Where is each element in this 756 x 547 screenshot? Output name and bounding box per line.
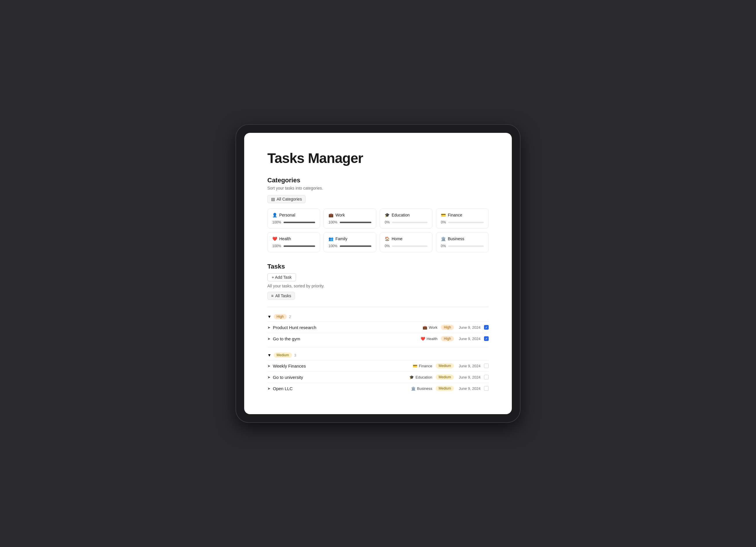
progress-bar-bg (284, 222, 315, 223)
add-task-button[interactable]: + Add Task (267, 273, 296, 281)
progress-bar-fill (284, 222, 315, 223)
task-row: ➤ Product Hunt research 💼 Work High June… (267, 321, 489, 333)
categories-section: Categories Sort your tasks into categori… (267, 177, 489, 253)
task-priority-badge: High (441, 325, 454, 330)
task-right: 🏛️ Business Medium June 9, 2024 (411, 386, 489, 391)
category-name: Personal (279, 213, 295, 217)
category-percent: 0% (385, 244, 390, 248)
category-name: Home (392, 237, 402, 241)
device-frame: Tasks Manager Categories Sort your tasks… (236, 125, 520, 422)
task-checkbox[interactable] (484, 336, 489, 341)
task-category: ❤️ Health (421, 336, 438, 341)
chevron-down-icon: ▼ (267, 314, 271, 319)
category-card-home[interactable]: 🏠 Home 0% (380, 232, 432, 253)
task-right: 💳 Finance Medium June 9, 2024 (413, 363, 489, 368)
task-checkbox[interactable] (484, 386, 489, 391)
task-category-name: Finance (419, 364, 432, 368)
task-date: June 9, 2024 (457, 364, 481, 368)
finance-icon: 💳 (441, 213, 446, 217)
task-name: Weekly Finances (273, 363, 306, 368)
task-priority-badge: High (441, 336, 454, 341)
task-date: June 9, 2024 (457, 386, 481, 391)
task-checkbox[interactable] (484, 375, 489, 379)
category-card-personal[interactable]: 👤 Personal 100% (267, 209, 320, 229)
category-name: Family (335, 237, 347, 241)
task-left: ➤ Open LLC (267, 386, 293, 391)
task-category-icon: ❤️ (421, 336, 425, 341)
task-name: Go to the gym (273, 336, 300, 341)
task-arrow-icon: ➤ (267, 375, 271, 379)
task-checkbox[interactable] (484, 325, 489, 330)
category-progress-row: 0% (385, 220, 428, 224)
category-progress-row: 0% (385, 244, 428, 248)
task-row: ➤ Weekly Finances 💳 Finance Medium June … (267, 360, 489, 371)
progress-bar-bg (392, 222, 428, 223)
category-progress-row: 100% (328, 244, 371, 248)
category-card-business[interactable]: 🏛️ Business 0% (436, 232, 489, 253)
task-right: ❤️ Health High June 9, 2024 (421, 336, 489, 341)
category-card-header: 🏛️ Business (441, 237, 484, 241)
task-name: Go to university (273, 375, 303, 380)
tasks-divider (267, 307, 489, 307)
progress-bar-bg (340, 246, 371, 247)
category-card-finance[interactable]: 💳 Finance 0% (436, 209, 489, 229)
task-category-name: Business (417, 386, 432, 391)
all-categories-button[interactable]: ▤ All Categories (267, 195, 306, 203)
education-icon: 🎓 (385, 213, 390, 217)
tasks-title: Tasks (267, 263, 489, 270)
category-percent: 0% (441, 244, 446, 248)
task-category-icon: 🏛️ (411, 386, 416, 391)
task-priority-badge: Medium (436, 374, 454, 380)
task-category: 💼 Work (423, 325, 437, 330)
task-category-name: Work (429, 325, 437, 330)
task-row: ➤ Open LLC 🏛️ Business Medium June 9, 20… (267, 383, 489, 394)
category-card-header: 👥 Family (328, 237, 371, 241)
task-category-icon: 🎓 (409, 375, 414, 379)
task-category: 🏛️ Business (411, 386, 432, 391)
priority-header-high[interactable]: ▼ High 2 (267, 312, 489, 321)
health-icon: ❤️ (272, 237, 277, 241)
filter-tasks-icon: ≡ (271, 293, 273, 298)
task-date: June 9, 2024 (457, 375, 481, 379)
categories-subtitle: Sort your tasks into categories. (267, 186, 489, 191)
category-card-health[interactable]: ❤️ Health 100% (267, 232, 320, 253)
task-category-icon: 💳 (413, 364, 417, 368)
progress-bar-bg (448, 246, 484, 247)
progress-bar-bg (448, 222, 484, 223)
categories-title: Categories (267, 177, 489, 184)
category-name: Business (448, 237, 464, 241)
category-card-work[interactable]: 💼 Work 100% (324, 209, 376, 229)
category-percent: 0% (441, 220, 446, 224)
category-name: Work (335, 213, 345, 217)
priority-group-medium: ▼ Medium 3 ➤ Weekly Finances 💳 Finance M… (267, 350, 489, 394)
category-progress-row: 100% (272, 220, 315, 224)
home-icon: 🏠 (385, 237, 390, 241)
category-card-header: 💳 Finance (441, 213, 484, 217)
category-card-education[interactable]: 🎓 Education 0% (380, 209, 432, 229)
tasks-groups: ▼ High 2 ➤ Product Hunt research 💼 Work … (267, 312, 489, 394)
task-right: 💼 Work High June 9, 2024 (423, 325, 489, 330)
category-percent: 100% (272, 244, 281, 248)
task-right: 🎓 Education Medium June 9, 2024 (409, 374, 489, 380)
chevron-down-icon: ▼ (267, 353, 271, 357)
add-task-label: + Add Task (272, 275, 292, 279)
category-card-family[interactable]: 👥 Family 100% (324, 232, 376, 253)
progress-bar-fill (284, 246, 315, 247)
task-category: 💳 Finance (413, 364, 432, 368)
task-priority-badge: Medium (436, 386, 454, 391)
task-checkbox[interactable] (484, 363, 489, 368)
all-tasks-button[interactable]: ≡ All Tasks (267, 292, 295, 300)
task-row: ➤ Go to the gym ❤️ Health High June 9, 2… (267, 333, 489, 344)
task-left: ➤ Product Hunt research (267, 325, 316, 330)
progress-bar-fill (340, 222, 371, 223)
task-category-name: Health (427, 336, 438, 341)
priority-header-medium[interactable]: ▼ Medium 3 (267, 350, 489, 360)
category-percent: 0% (385, 220, 390, 224)
category-name: Finance (448, 213, 462, 217)
business-icon: 🏛️ (441, 237, 446, 241)
all-categories-label: All Categories (277, 197, 302, 202)
task-date: June 9, 2024 (457, 336, 481, 341)
category-percent: 100% (328, 244, 337, 248)
priority-count: 2 (289, 314, 291, 319)
category-card-header: 👤 Personal (272, 213, 315, 217)
